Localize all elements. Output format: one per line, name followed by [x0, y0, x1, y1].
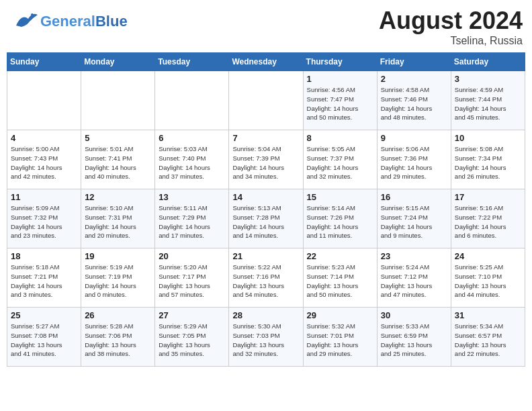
month-year-title: August 2024 [379, 7, 523, 35]
day-info: Sunrise: 5:14 AM Sunset: 7:26 PM Dayligh… [307, 203, 373, 240]
calendar-cell: 16Sunrise: 5:15 AM Sunset: 7:24 PM Dayli… [377, 189, 451, 248]
day-info: Sunrise: 4:58 AM Sunset: 7:46 PM Dayligh… [381, 85, 447, 122]
day-number: 18 [11, 251, 77, 261]
day-info: Sunrise: 5:32 AM Sunset: 7:01 PM Dayligh… [307, 322, 373, 359]
week-row-1: 1Sunrise: 4:56 AM Sunset: 7:47 PM Daylig… [7, 71, 525, 130]
logo-icon [9, 7, 39, 36]
header-thursday: Thursday [303, 53, 377, 71]
day-number: 27 [159, 310, 225, 320]
day-info: Sunrise: 5:03 AM Sunset: 7:40 PM Dayligh… [159, 144, 225, 181]
day-number: 20 [159, 251, 225, 261]
calendar-cell: 2Sunrise: 4:58 AM Sunset: 7:46 PM Daylig… [377, 71, 451, 130]
day-number: 10 [455, 133, 521, 143]
day-number: 16 [381, 192, 447, 202]
day-info: Sunrise: 5:18 AM Sunset: 7:21 PM Dayligh… [11, 263, 77, 300]
day-number: 7 [232, 133, 299, 143]
calendar-cell: 29Sunrise: 5:32 AM Sunset: 7:01 PM Dayli… [303, 308, 377, 367]
day-number: 6 [159, 133, 225, 143]
calendar-cell: 23Sunrise: 5:24 AM Sunset: 7:12 PM Dayli… [377, 248, 451, 308]
calendar-cell: 8Sunrise: 5:05 AM Sunset: 7:37 PM Daylig… [303, 130, 377, 189]
day-number: 19 [85, 251, 151, 261]
header-saturday: Saturday [451, 53, 525, 71]
week-row-4: 18Sunrise: 5:18 AM Sunset: 7:21 PM Dayli… [7, 248, 525, 308]
logo-text: GeneralBlue [40, 13, 128, 30]
day-info: Sunrise: 5:33 AM Sunset: 6:59 PM Dayligh… [381, 322, 447, 359]
calendar-cell: 30Sunrise: 5:33 AM Sunset: 6:59 PM Dayli… [377, 308, 451, 367]
day-info: Sunrise: 5:19 AM Sunset: 7:19 PM Dayligh… [85, 263, 151, 300]
day-number: 21 [232, 251, 299, 261]
day-number: 26 [85, 310, 151, 320]
day-info: Sunrise: 5:24 AM Sunset: 7:12 PM Dayligh… [381, 263, 447, 300]
calendar-cell [7, 71, 81, 130]
calendar-cell [81, 71, 155, 130]
day-number: 8 [307, 133, 373, 143]
day-info: Sunrise: 5:25 AM Sunset: 7:10 PM Dayligh… [455, 263, 521, 300]
calendar-cell: 3Sunrise: 4:59 AM Sunset: 7:44 PM Daylig… [451, 71, 525, 130]
day-info: Sunrise: 5:11 AM Sunset: 7:29 PM Dayligh… [159, 203, 225, 240]
day-number: 15 [307, 192, 373, 202]
week-row-3: 11Sunrise: 5:09 AM Sunset: 7:32 PM Dayli… [7, 189, 525, 248]
day-info: Sunrise: 5:16 AM Sunset: 7:22 PM Dayligh… [455, 203, 521, 240]
day-info: Sunrise: 5:28 AM Sunset: 7:06 PM Dayligh… [85, 322, 151, 359]
header-tuesday: Tuesday [155, 53, 229, 71]
day-info: Sunrise: 5:34 AM Sunset: 6:57 PM Dayligh… [455, 322, 521, 359]
header-sunday: Sunday [7, 53, 81, 71]
calendar-cell: 1Sunrise: 4:56 AM Sunset: 7:47 PM Daylig… [303, 71, 377, 130]
page-header: GeneralBlue August 2024 Tselina, Russia [7, 7, 525, 47]
day-info: Sunrise: 5:01 AM Sunset: 7:41 PM Dayligh… [85, 144, 151, 181]
calendar-cell: 24Sunrise: 5:25 AM Sunset: 7:10 PM Dayli… [451, 248, 525, 308]
day-info: Sunrise: 5:04 AM Sunset: 7:39 PM Dayligh… [232, 144, 299, 181]
calendar-cell: 14Sunrise: 5:13 AM Sunset: 7:28 PM Dayli… [229, 189, 303, 248]
day-info: Sunrise: 5:06 AM Sunset: 7:36 PM Dayligh… [381, 144, 447, 181]
calendar-cell: 27Sunrise: 5:29 AM Sunset: 7:05 PM Dayli… [155, 308, 229, 367]
calendar-cell: 22Sunrise: 5:23 AM Sunset: 7:14 PM Dayli… [303, 248, 377, 308]
day-number: 23 [381, 251, 447, 261]
day-info: Sunrise: 5:05 AM Sunset: 7:37 PM Dayligh… [307, 144, 373, 181]
day-number: 12 [85, 192, 151, 202]
calendar-cell: 7Sunrise: 5:04 AM Sunset: 7:39 PM Daylig… [229, 130, 303, 189]
day-number: 14 [232, 192, 299, 202]
day-number: 5 [85, 133, 151, 143]
logo: GeneralBlue [9, 7, 128, 36]
day-info: Sunrise: 5:27 AM Sunset: 7:08 PM Dayligh… [11, 322, 77, 359]
calendar-cell: 18Sunrise: 5:18 AM Sunset: 7:21 PM Dayli… [7, 248, 81, 308]
calendar-cell [229, 71, 303, 130]
day-number: 2 [381, 74, 447, 84]
calendar-cell: 28Sunrise: 5:30 AM Sunset: 7:03 PM Dayli… [229, 308, 303, 367]
day-number: 11 [11, 192, 77, 202]
day-info: Sunrise: 5:23 AM Sunset: 7:14 PM Dayligh… [307, 263, 373, 300]
calendar-cell: 25Sunrise: 5:27 AM Sunset: 7:08 PM Dayli… [7, 308, 81, 367]
calendar-table: SundayMondayTuesdayWednesdayThursdayFrid… [7, 52, 525, 367]
day-info: Sunrise: 5:10 AM Sunset: 7:31 PM Dayligh… [85, 203, 151, 240]
day-info: Sunrise: 5:13 AM Sunset: 7:28 PM Dayligh… [232, 203, 299, 240]
calendar-cell: 4Sunrise: 5:00 AM Sunset: 7:43 PM Daylig… [7, 130, 81, 189]
calendar-cell: 31Sunrise: 5:34 AM Sunset: 6:57 PM Dayli… [451, 308, 525, 367]
calendar-cell: 6Sunrise: 5:03 AM Sunset: 7:40 PM Daylig… [155, 130, 229, 189]
day-info: Sunrise: 5:15 AM Sunset: 7:24 PM Dayligh… [381, 203, 447, 240]
day-number: 31 [455, 310, 521, 320]
day-info: Sunrise: 4:56 AM Sunset: 7:47 PM Dayligh… [307, 85, 373, 122]
calendar-cell: 20Sunrise: 5:20 AM Sunset: 7:17 PM Dayli… [155, 248, 229, 308]
calendar-cell: 13Sunrise: 5:11 AM Sunset: 7:29 PM Dayli… [155, 189, 229, 248]
week-row-2: 4Sunrise: 5:00 AM Sunset: 7:43 PM Daylig… [7, 130, 525, 189]
header-friday: Friday [377, 53, 451, 71]
calendar-cell: 17Sunrise: 5:16 AM Sunset: 7:22 PM Dayli… [451, 189, 525, 248]
calendar-cell: 15Sunrise: 5:14 AM Sunset: 7:26 PM Dayli… [303, 189, 377, 248]
day-info: Sunrise: 5:30 AM Sunset: 7:03 PM Dayligh… [232, 322, 299, 359]
day-number: 1 [307, 74, 373, 84]
day-number: 9 [381, 133, 447, 143]
day-number: 24 [455, 251, 521, 261]
calendar-cell: 12Sunrise: 5:10 AM Sunset: 7:31 PM Dayli… [81, 189, 155, 248]
day-number: 4 [11, 133, 77, 143]
calendar-cell: 5Sunrise: 5:01 AM Sunset: 7:41 PM Daylig… [81, 130, 155, 189]
day-info: Sunrise: 5:29 AM Sunset: 7:05 PM Dayligh… [159, 322, 225, 359]
calendar-cell: 11Sunrise: 5:09 AM Sunset: 7:32 PM Dayli… [7, 189, 81, 248]
day-number: 30 [381, 310, 447, 320]
week-row-5: 25Sunrise: 5:27 AM Sunset: 7:08 PM Dayli… [7, 308, 525, 367]
day-number: 3 [455, 74, 521, 84]
day-number: 28 [232, 310, 299, 320]
day-number: 29 [307, 310, 373, 320]
day-number: 22 [307, 251, 373, 261]
calendar-cell: 21Sunrise: 5:22 AM Sunset: 7:16 PM Dayli… [229, 248, 303, 308]
day-info: Sunrise: 5:20 AM Sunset: 7:17 PM Dayligh… [159, 263, 225, 300]
